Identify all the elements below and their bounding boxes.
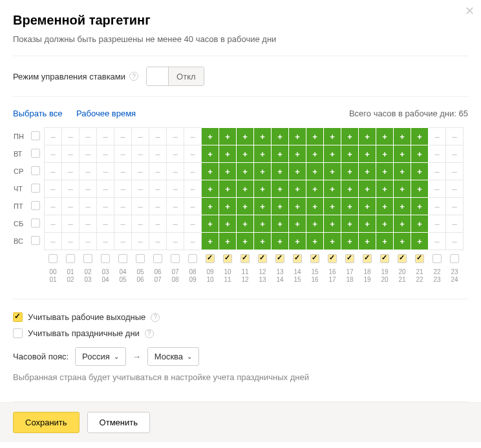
- time-cell[interactable]: –: [97, 233, 114, 250]
- time-cell[interactable]: –: [429, 198, 446, 215]
- time-cell[interactable]: –: [97, 163, 114, 180]
- time-cell[interactable]: +: [324, 215, 341, 233]
- time-cell[interactable]: +: [202, 128, 219, 145]
- time-cell[interactable]: –: [184, 233, 202, 250]
- hour-checkbox[interactable]: [66, 254, 75, 263]
- time-cell[interactable]: +: [219, 145, 237, 163]
- working-hours-link[interactable]: Рабочее время: [76, 109, 136, 118]
- time-cell[interactable]: +: [254, 180, 272, 198]
- time-cell[interactable]: +: [254, 163, 272, 180]
- time-cell[interactable]: –: [446, 145, 464, 163]
- time-cell[interactable]: +: [306, 163, 324, 180]
- time-cell[interactable]: –: [97, 180, 114, 198]
- time-cell[interactable]: –: [80, 163, 97, 180]
- time-cell[interactable]: –: [446, 233, 464, 250]
- working-weekends-checkbox[interactable]: [13, 312, 23, 322]
- time-cell[interactable]: –: [184, 215, 202, 233]
- time-cell[interactable]: –: [446, 163, 464, 180]
- hour-checkbox[interactable]: [398, 254, 407, 263]
- hour-checkbox[interactable]: [433, 254, 442, 263]
- time-cell[interactable]: –: [62, 180, 80, 198]
- time-cell[interactable]: –: [114, 233, 132, 250]
- time-cell[interactable]: –: [446, 180, 464, 198]
- time-cell[interactable]: +: [237, 180, 254, 198]
- hour-checkbox[interactable]: [153, 254, 162, 263]
- time-cell[interactable]: +: [202, 180, 219, 198]
- time-cell[interactable]: +: [411, 180, 429, 198]
- hour-checkbox[interactable]: [328, 254, 337, 263]
- hour-checkbox[interactable]: [136, 254, 145, 263]
- time-cell[interactable]: –: [114, 145, 132, 163]
- hour-checkbox[interactable]: [101, 254, 110, 263]
- time-cell[interactable]: +: [324, 128, 341, 145]
- time-cell[interactable]: +: [272, 180, 289, 198]
- hour-checkbox[interactable]: [83, 254, 92, 263]
- time-cell[interactable]: +: [219, 180, 237, 198]
- time-cell[interactable]: –: [446, 128, 464, 145]
- time-cell[interactable]: +: [359, 163, 376, 180]
- help-icon[interactable]: ?: [151, 313, 160, 322]
- time-cell[interactable]: –: [132, 180, 149, 198]
- time-cell[interactable]: +: [359, 198, 376, 215]
- hour-checkbox[interactable]: [450, 254, 459, 263]
- time-cell[interactable]: –: [132, 163, 149, 180]
- time-cell[interactable]: –: [45, 198, 62, 215]
- time-cell[interactable]: –: [62, 233, 80, 250]
- time-cell[interactable]: +: [376, 233, 394, 250]
- time-cell[interactable]: –: [446, 198, 464, 215]
- time-cell[interactable]: +: [289, 180, 306, 198]
- time-cell[interactable]: +: [237, 163, 254, 180]
- time-cell[interactable]: +: [394, 215, 411, 233]
- time-cell[interactable]: –: [62, 198, 80, 215]
- hour-checkbox[interactable]: [415, 254, 424, 263]
- time-cell[interactable]: +: [411, 233, 429, 250]
- time-cell[interactable]: +: [376, 145, 394, 163]
- save-button[interactable]: Сохранить: [13, 412, 80, 433]
- time-cell[interactable]: –: [114, 163, 132, 180]
- hour-checkbox[interactable]: [380, 254, 389, 263]
- time-cell[interactable]: –: [184, 128, 202, 145]
- time-cell[interactable]: –: [114, 128, 132, 145]
- time-cell[interactable]: +: [219, 198, 237, 215]
- time-cell[interactable]: +: [219, 128, 237, 145]
- day-checkbox[interactable]: [31, 149, 40, 158]
- time-cell[interactable]: +: [272, 233, 289, 250]
- time-cell[interactable]: +: [376, 163, 394, 180]
- time-cell[interactable]: –: [97, 198, 114, 215]
- time-cell[interactable]: +: [272, 198, 289, 215]
- time-cell[interactable]: –: [80, 215, 97, 233]
- time-cell[interactable]: +: [394, 233, 411, 250]
- hour-checkbox[interactable]: [275, 254, 284, 263]
- time-cell[interactable]: –: [167, 215, 184, 233]
- time-cell[interactable]: +: [202, 215, 219, 233]
- hour-checkbox[interactable]: [345, 254, 354, 263]
- time-cell[interactable]: –: [429, 128, 446, 145]
- time-cell[interactable]: +: [359, 128, 376, 145]
- time-cell[interactable]: +: [411, 163, 429, 180]
- close-icon[interactable]: ✕: [465, 5, 475, 17]
- time-cell[interactable]: +: [411, 145, 429, 163]
- time-cell[interactable]: +: [272, 145, 289, 163]
- hour-checkbox[interactable]: [240, 254, 250, 263]
- time-cell[interactable]: –: [45, 180, 62, 198]
- day-checkbox[interactable]: [31, 131, 40, 140]
- time-cell[interactable]: –: [149, 180, 167, 198]
- time-cell[interactable]: +: [376, 198, 394, 215]
- time-cell[interactable]: +: [306, 215, 324, 233]
- time-cell[interactable]: –: [184, 180, 202, 198]
- hour-checkbox[interactable]: [118, 254, 127, 263]
- time-cell[interactable]: +: [324, 198, 341, 215]
- hour-checkbox[interactable]: [363, 254, 372, 263]
- time-cell[interactable]: +: [376, 215, 394, 233]
- time-cell[interactable]: –: [62, 163, 80, 180]
- time-cell[interactable]: +: [306, 128, 324, 145]
- time-cell[interactable]: –: [429, 233, 446, 250]
- time-cell[interactable]: +: [289, 145, 306, 163]
- time-cell[interactable]: –: [429, 215, 446, 233]
- time-cell[interactable]: –: [132, 128, 149, 145]
- time-cell[interactable]: –: [114, 180, 132, 198]
- time-cell[interactable]: –: [132, 233, 149, 250]
- bid-mode-toggle[interactable]: Откл: [146, 67, 204, 86]
- time-cell[interactable]: –: [149, 233, 167, 250]
- time-cell[interactable]: –: [80, 198, 97, 215]
